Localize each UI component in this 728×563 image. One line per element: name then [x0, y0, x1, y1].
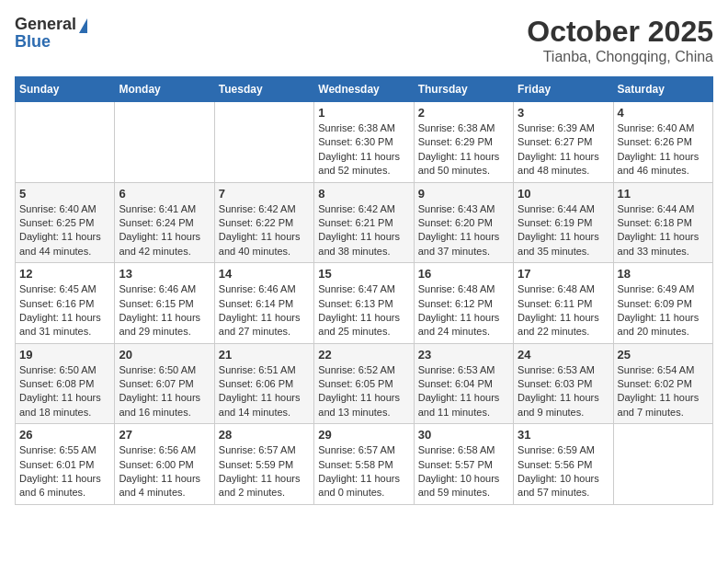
day-info: Sunrise: 6:45 AMSunset: 6:16 PMDaylight:…	[19, 282, 110, 339]
day-info: Sunrise: 6:48 AMSunset: 6:11 PMDaylight:…	[518, 282, 609, 339]
day-number: 26	[19, 428, 110, 442]
day-info: Sunrise: 6:56 AMSunset: 6:00 PMDaylight:…	[119, 443, 210, 500]
calendar-cell: 5Sunrise: 6:40 AMSunset: 6:25 PMDaylight…	[16, 182, 115, 263]
calendar-cell: 2Sunrise: 6:38 AMSunset: 6:29 PMDaylight…	[414, 102, 513, 183]
calendar-cell: 21Sunrise: 6:51 AMSunset: 6:06 PMDayligh…	[214, 343, 313, 424]
day-number: 30	[418, 428, 509, 442]
calendar-table: SundayMondayTuesdayWednesdayThursdayFrid…	[15, 76, 713, 505]
calendar-cell: 26Sunrise: 6:55 AMSunset: 6:01 PMDayligh…	[16, 424, 115, 505]
calendar-cell: 6Sunrise: 6:41 AMSunset: 6:24 PMDaylight…	[115, 182, 214, 263]
day-info: Sunrise: 6:38 AMSunset: 6:29 PMDaylight:…	[418, 121, 509, 178]
day-number: 6	[119, 187, 210, 201]
calendar-cell: 7Sunrise: 6:42 AMSunset: 6:22 PMDaylight…	[214, 182, 313, 263]
calendar-cell	[214, 102, 313, 183]
day-info: Sunrise: 6:42 AMSunset: 6:22 PMDaylight:…	[219, 202, 310, 259]
day-number: 29	[318, 428, 409, 442]
weekday-header-sunday: Sunday	[16, 77, 115, 102]
day-info: Sunrise: 6:57 AMSunset: 5:59 PMDaylight:…	[219, 443, 310, 500]
calendar-cell: 19Sunrise: 6:50 AMSunset: 6:08 PMDayligh…	[16, 343, 115, 424]
calendar-cell: 14Sunrise: 6:46 AMSunset: 6:14 PMDayligh…	[214, 263, 313, 344]
weekday-header-tuesday: Tuesday	[214, 77, 313, 102]
day-number: 28	[219, 428, 310, 442]
day-info: Sunrise: 6:55 AMSunset: 6:01 PMDaylight:…	[19, 443, 110, 500]
day-info: Sunrise: 6:50 AMSunset: 6:08 PMDaylight:…	[19, 363, 110, 420]
calendar-cell: 4Sunrise: 6:40 AMSunset: 6:26 PMDaylight…	[613, 102, 712, 183]
day-info: Sunrise: 6:42 AMSunset: 6:21 PMDaylight:…	[318, 202, 409, 259]
day-info: Sunrise: 6:53 AMSunset: 6:03 PMDaylight:…	[518, 363, 609, 420]
weekday-header-thursday: Thursday	[414, 77, 513, 102]
day-number: 8	[318, 187, 409, 201]
calendar-cell	[16, 102, 115, 183]
calendar-cell: 27Sunrise: 6:56 AMSunset: 6:00 PMDayligh…	[115, 424, 214, 505]
day-number: 17	[518, 267, 609, 281]
calendar-cell: 3Sunrise: 6:39 AMSunset: 6:27 PMDaylight…	[514, 102, 613, 183]
day-number: 19	[19, 348, 110, 362]
calendar-cell: 12Sunrise: 6:45 AMSunset: 6:16 PMDayligh…	[16, 263, 115, 344]
day-number: 14	[219, 267, 310, 281]
calendar-week-row: 1Sunrise: 6:38 AMSunset: 6:30 PMDaylight…	[16, 102, 713, 183]
day-info: Sunrise: 6:53 AMSunset: 6:04 PMDaylight:…	[418, 363, 509, 420]
page-header: General Blue October 2025 Tianba, Chongq…	[15, 15, 713, 65]
day-info: Sunrise: 6:40 AMSunset: 6:26 PMDaylight:…	[618, 121, 709, 178]
day-info: Sunrise: 6:44 AMSunset: 6:19 PMDaylight:…	[518, 202, 609, 259]
day-number: 23	[418, 348, 509, 362]
weekday-header-wednesday: Wednesday	[314, 77, 414, 102]
day-info: Sunrise: 6:47 AMSunset: 6:13 PMDaylight:…	[318, 282, 409, 339]
logo: General Blue	[15, 15, 87, 52]
day-number: 20	[119, 348, 210, 362]
weekday-header-saturday: Saturday	[613, 77, 712, 102]
day-number: 12	[19, 267, 110, 281]
calendar-cell: 29Sunrise: 6:57 AMSunset: 5:58 PMDayligh…	[314, 424, 414, 505]
day-info: Sunrise: 6:54 AMSunset: 6:02 PMDaylight:…	[618, 363, 709, 420]
day-info: Sunrise: 6:46 AMSunset: 6:14 PMDaylight:…	[219, 282, 310, 339]
title-block: October 2025 Tianba, Chongqing, China	[527, 15, 713, 65]
calendar-cell: 15Sunrise: 6:47 AMSunset: 6:13 PMDayligh…	[314, 263, 414, 344]
day-number: 7	[219, 187, 310, 201]
day-number: 18	[618, 267, 709, 281]
day-info: Sunrise: 6:57 AMSunset: 5:58 PMDaylight:…	[318, 443, 409, 500]
day-info: Sunrise: 6:50 AMSunset: 6:07 PMDaylight:…	[119, 363, 210, 420]
logo-general-text: General	[15, 15, 76, 34]
location-title: Tianba, Chongqing, China	[527, 49, 713, 65]
day-number: 1	[318, 106, 409, 120]
calendar-cell: 13Sunrise: 6:46 AMSunset: 6:15 PMDayligh…	[115, 263, 214, 344]
calendar-cell: 30Sunrise: 6:58 AMSunset: 5:57 PMDayligh…	[414, 424, 513, 505]
calendar-cell: 25Sunrise: 6:54 AMSunset: 6:02 PMDayligh…	[613, 343, 712, 424]
day-number: 25	[618, 348, 709, 362]
day-info: Sunrise: 6:46 AMSunset: 6:15 PMDaylight:…	[119, 282, 210, 339]
calendar-week-row: 19Sunrise: 6:50 AMSunset: 6:08 PMDayligh…	[16, 343, 713, 424]
calendar-week-row: 12Sunrise: 6:45 AMSunset: 6:16 PMDayligh…	[16, 263, 713, 344]
day-info: Sunrise: 6:58 AMSunset: 5:57 PMDaylight:…	[418, 443, 509, 500]
calendar-cell: 9Sunrise: 6:43 AMSunset: 6:20 PMDaylight…	[414, 182, 513, 263]
day-number: 31	[518, 428, 609, 442]
day-number: 3	[518, 106, 609, 120]
day-number: 10	[518, 187, 609, 201]
calendar-header-row: SundayMondayTuesdayWednesdayThursdayFrid…	[16, 77, 713, 102]
day-info: Sunrise: 6:39 AMSunset: 6:27 PMDaylight:…	[518, 121, 609, 178]
day-info: Sunrise: 6:38 AMSunset: 6:30 PMDaylight:…	[318, 121, 409, 178]
calendar-cell: 18Sunrise: 6:49 AMSunset: 6:09 PMDayligh…	[613, 263, 712, 344]
calendar-cell: 8Sunrise: 6:42 AMSunset: 6:21 PMDaylight…	[314, 182, 414, 263]
day-number: 16	[418, 267, 509, 281]
day-info: Sunrise: 6:43 AMSunset: 6:20 PMDaylight:…	[418, 202, 509, 259]
logo-blue-text: Blue	[15, 32, 51, 52]
day-number: 5	[19, 187, 110, 201]
calendar-cell: 16Sunrise: 6:48 AMSunset: 6:12 PMDayligh…	[414, 263, 513, 344]
weekday-header-friday: Friday	[514, 77, 613, 102]
day-number: 9	[418, 187, 509, 201]
logo-triangle-icon	[79, 18, 87, 33]
day-number: 4	[618, 106, 709, 120]
month-title: October 2025	[527, 15, 713, 49]
calendar-cell	[115, 102, 214, 183]
calendar-week-row: 26Sunrise: 6:55 AMSunset: 6:01 PMDayligh…	[16, 424, 713, 505]
calendar-cell: 1Sunrise: 6:38 AMSunset: 6:30 PMDaylight…	[314, 102, 414, 183]
day-number: 11	[618, 187, 709, 201]
day-number: 13	[119, 267, 210, 281]
day-number: 15	[318, 267, 409, 281]
day-info: Sunrise: 6:49 AMSunset: 6:09 PMDaylight:…	[618, 282, 709, 339]
day-number: 21	[219, 348, 310, 362]
day-info: Sunrise: 6:40 AMSunset: 6:25 PMDaylight:…	[19, 202, 110, 259]
calendar-cell: 20Sunrise: 6:50 AMSunset: 6:07 PMDayligh…	[115, 343, 214, 424]
calendar-cell	[613, 424, 712, 505]
day-info: Sunrise: 6:51 AMSunset: 6:06 PMDaylight:…	[219, 363, 310, 420]
